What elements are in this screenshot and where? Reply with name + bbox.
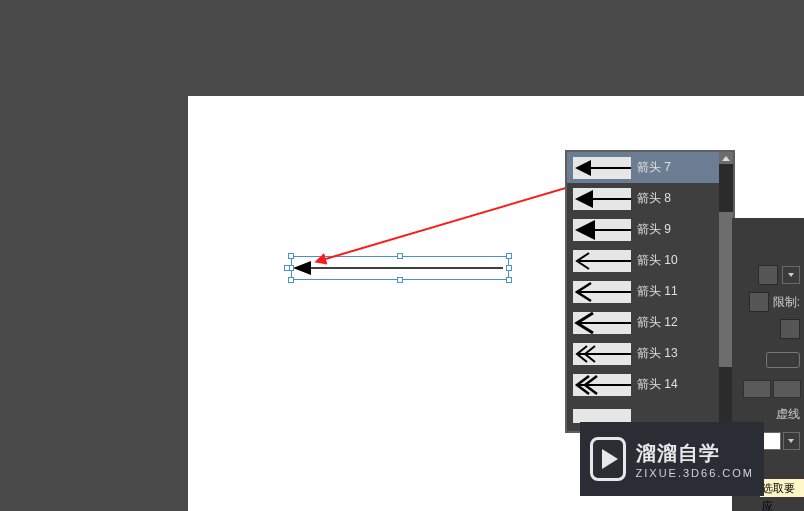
arrowhead-option-11[interactable]: 箭头 11 <box>567 276 719 307</box>
anchor-handle[interactable] <box>284 265 290 271</box>
selected-arrow-object[interactable] <box>291 256 509 280</box>
scrollbar-up-button[interactable] <box>719 152 733 164</box>
resize-handle-tm[interactable] <box>397 253 403 259</box>
arrowhead-option-13[interactable]: 箭头 13 <box>567 338 719 369</box>
arrowhead-preview-icon <box>573 343 631 365</box>
arrowhead-option-label: 箭头 14 <box>637 376 678 393</box>
watermark-title: 溜溜自学 <box>636 440 754 467</box>
arrowhead-option-9[interactable]: 箭头 9 <box>567 214 719 245</box>
panel-button-2[interactable] <box>773 380 801 398</box>
arrowhead-option-label: 箭头 8 <box>637 190 671 207</box>
arrowhead-preview-icon <box>573 188 631 210</box>
resize-handle-bm[interactable] <box>397 277 403 283</box>
arrowhead-preview-icon <box>573 374 631 396</box>
link-toggle[interactable] <box>766 352 800 368</box>
resize-handle-bl[interactable] <box>288 277 294 283</box>
join-icon[interactable] <box>749 292 769 312</box>
arrowhead-option-label: 箭头 12 <box>637 314 678 331</box>
resize-handle-mr[interactable] <box>506 265 512 271</box>
arrowhead-option-label: 箭头 9 <box>637 221 671 238</box>
align-icon[interactable] <box>780 319 800 339</box>
arrowhead-option-label: 箭头 7 <box>637 159 671 176</box>
arrowhead-option-12[interactable]: 箭头 12 <box>567 307 719 338</box>
arrow-end-dropdown[interactable] <box>783 432 800 450</box>
arrowhead-preview-icon <box>573 312 631 334</box>
arrowhead-option-label: 箭头 13 <box>637 345 678 362</box>
arrowhead-option-label: 箭头 11 <box>637 283 678 300</box>
cap-select[interactable] <box>782 266 800 284</box>
tooltip: 选取要应 <box>760 479 804 497</box>
arrowhead-preview-icon <box>573 409 631 423</box>
resize-handle-tl[interactable] <box>288 253 294 259</box>
play-icon <box>590 437 626 481</box>
cap-icon[interactable] <box>758 265 778 285</box>
svg-marker-9 <box>575 220 595 240</box>
resize-handle-br[interactable] <box>506 277 512 283</box>
svg-marker-5 <box>575 160 591 176</box>
limit-label: 限制: <box>773 294 800 311</box>
arrowhead-preview-icon <box>573 219 631 241</box>
arrowhead-option-10[interactable]: 箭头 10 <box>567 245 719 276</box>
watermark-url: ZIXUE.3D66.COM <box>636 467 754 479</box>
arrowhead-option-label: 箭头 10 <box>637 252 678 269</box>
dropdown-scrollbar-track[interactable] <box>719 152 733 431</box>
arrowhead-option-14[interactable]: 箭头 14 <box>567 369 719 400</box>
resize-handle-tr[interactable] <box>506 253 512 259</box>
arrowhead-preview-icon <box>573 157 631 179</box>
arrowhead-dropdown: 箭头 7 箭头 8 箭头 9 箭头 10 <box>565 150 735 433</box>
watermark: 溜溜自学 ZIXUE.3D66.COM <box>580 422 764 496</box>
arrowhead-preview-icon <box>573 281 631 303</box>
arrowhead-option-8[interactable]: 箭头 8 <box>567 183 719 214</box>
arrowhead-list: 箭头 7 箭头 8 箭头 9 箭头 10 <box>567 152 719 431</box>
panel-button-1[interactable] <box>743 380 771 398</box>
arrowhead-option-7[interactable]: 箭头 7 <box>567 152 719 183</box>
arrowhead-preview-icon <box>573 250 631 272</box>
dropdown-scrollbar-thumb[interactable] <box>719 212 733 367</box>
svg-marker-7 <box>575 190 593 208</box>
dash-label: 虚线 <box>776 406 800 423</box>
